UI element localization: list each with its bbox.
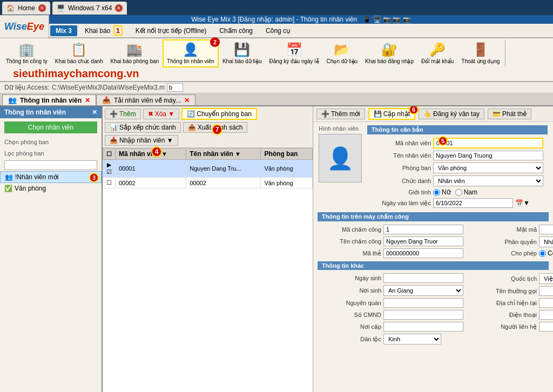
cell-name: 00002 <box>186 178 261 188</box>
employee-avatar[interactable]: 👤 <box>319 134 362 183</box>
row-dia-chi: Địa chỉ hiện tại <box>473 297 553 309</box>
calendar-picker-icon[interactable]: 📅▼ <box>515 199 530 207</box>
tab-windows7[interactable]: 🖥️ Windows 7 x64 ✕ <box>52 2 127 15</box>
employee-icon: 👤 <box>183 42 199 57</box>
table-row[interactable]: ▶ ☑ 00001 Nguyen Dang Tru... Văn phòng <box>103 160 313 178</box>
btn-thongtin-nhanvien[interactable]: 2 👤 Thông tin nhân viên <box>163 39 219 67</box>
close-tab-1[interactable]: ✕ <box>85 97 90 104</box>
btn-khaibao-phongban[interactable]: 🏬 Khai báo phòng ban <box>107 40 163 67</box>
btn-sapxep-chucdanh[interactable]: 📊 Sắp xếp chức danh <box>105 122 181 133</box>
row-gioitinh: Giới tính Nữ Nam <box>367 187 548 197</box>
search-input[interactable] <box>167 83 183 92</box>
export-icon: 📤 <box>188 124 196 131</box>
btn-them-moi[interactable]: ➕ Thêm mới <box>316 109 365 119</box>
label-ten-thuong-goi: Tên thường gọi <box>477 288 537 295</box>
btn-thongtin-congty[interactable]: 🏢 Thông tin công ty <box>2 40 51 67</box>
machine-info-rows: Mã chấm công Tên chấm công Mã thẻ Mật mã <box>318 224 549 259</box>
label-so-cmnd: Số CMND <box>322 312 381 319</box>
btn-capnhat[interactable]: 6 💾 Cập nhật <box>368 108 415 120</box>
btn-nhap-nhanvien[interactable]: 📥 Nhập nhân viên ▼ <box>105 135 178 146</box>
tree-item-nhanvien-moi[interactable]: 👥 !Nhân viên mới 3 <box>0 171 102 183</box>
label-chucdanh: Chức danh <box>372 178 431 185</box>
select-dan-toc[interactable]: Kinh <box>383 334 441 344</box>
row-ma-nhanvien: Mã nhân viên 5 <box>367 137 548 150</box>
tab-home[interactable]: 🏠 Home ✕ <box>2 2 50 15</box>
label-ma-the: Mã thẻ <box>322 250 381 257</box>
menu-khaibao[interactable]: Khai báo 1 <box>78 24 129 37</box>
tree-item-vanphong[interactable]: ✅ Văn phòng <box>0 183 102 194</box>
btn-khaibao-dulieu[interactable]: 💾 Khai báo dữ liệu <box>219 40 266 67</box>
panel-icon-2: 📥 <box>102 96 111 104</box>
select-noi-sinh[interactable]: An Giang <box>383 285 463 296</box>
filter-phongban-input[interactable] <box>4 160 97 170</box>
btn-doi-matkhau[interactable]: 🔑 Đổi mật khẩu <box>417 40 457 67</box>
input-mat-ma[interactable] <box>539 225 553 234</box>
data-path-bar: Dữ liệu Access: C:\WiseEye\Mix3\Data\Wis… <box>0 82 553 93</box>
tab-tai-nhanvien[interactable]: 📥 Tải nhân viên về máy... ✕ <box>96 94 195 105</box>
input-ten-nhanvien[interactable] <box>433 151 543 160</box>
select-chucdanh[interactable]: Nhân viên <box>433 175 543 186</box>
btn-khaibao-dangnhap[interactable]: 🔐 Khai báo đăng nhập <box>361 40 417 67</box>
input-ma-chamcong[interactable] <box>383 225 463 234</box>
input-ten-chamcong[interactable] <box>383 236 463 246</box>
close-tab-2[interactable]: ✕ <box>184 97 190 104</box>
btn-phat-the[interactable]: 💳 Phát thẻ <box>488 109 531 119</box>
select-quoc-tich[interactable]: Việt Nam <box>539 273 553 284</box>
input-noi-cap[interactable] <box>383 322 463 332</box>
col-ten-nhanvien[interactable]: Tên nhân viên ▼ <box>186 148 261 160</box>
btn-dangky-vantay[interactable]: 👆 Đăng ký vân tay <box>419 109 484 119</box>
select-phan-quyen[interactable]: Nhân viên <box>539 236 553 247</box>
input-dien-thoai[interactable] <box>539 310 553 320</box>
radio-nam[interactable]: Nam <box>455 188 477 196</box>
info-section-header: Thông tin căn bản <box>367 125 548 134</box>
btn-chon-dulieu[interactable]: 📂 Chọn dữ liệu <box>323 40 361 67</box>
data-icon: 💾 <box>234 42 250 57</box>
input-ma-the[interactable] <box>383 248 463 258</box>
tab-thongtin-nhanvien[interactable]: 👥 Thông tin nhân viên ✕ <box>2 94 96 105</box>
input-nguyen-quan[interactable] <box>383 298 463 308</box>
mix3-btn[interactable]: Mix 3 <box>50 25 77 36</box>
col-check: ☐ <box>103 148 116 160</box>
label-nguoi-lien-he: Người liên hệ <box>477 323 537 330</box>
input-ngay-vao-lam[interactable] <box>433 198 513 208</box>
chon-phongban-label: Chọn phòng ban <box>0 137 102 148</box>
group-icon: 👥 <box>5 173 13 181</box>
fingerprint-icon: 👆 <box>423 110 431 118</box>
sort-icon: 📊 <box>110 124 118 131</box>
select-employee-btn[interactable]: Chọn nhân viên <box>4 121 97 133</box>
btn-khaibao-chucdanh[interactable]: 📋 Khai báo chức danh <box>51 40 107 67</box>
table-row[interactable]: ☐ 00002 00002 Văn phòng <box>103 178 313 188</box>
row-ma-the: Mã thẻ <box>318 247 468 259</box>
btn-xoa[interactable]: ✖ Xóa ▼ <box>143 109 180 119</box>
input-nguoi-lien-he[interactable] <box>539 322 553 332</box>
btn-thoat[interactable]: 🚪 Thoát ứng dụng <box>457 40 503 67</box>
cell-dept: Văn phòng <box>261 178 313 188</box>
btn-dangky-ngayle[interactable]: 📅 Đăng ký đầu ngày lễ <box>266 40 323 67</box>
panel-tabs: 👥 Thông tin nhân viên ✕ 📥 Tải nhân viên … <box>0 93 553 106</box>
row-dan-toc: Dân tộc Kinh <box>318 333 468 346</box>
col-ma-nhanvien[interactable]: Mã nhân viên ▼ <box>116 148 186 160</box>
btn-chuyen-phongban[interactable]: 🔄 Chuyển phòng ban <box>181 108 257 120</box>
close-home-tab[interactable]: ✕ <box>38 4 46 12</box>
input-dia-chi[interactable] <box>539 298 553 308</box>
btn-them[interactable]: ➕ Thêm <box>105 109 141 119</box>
close-left-panel[interactable]: ✕ <box>92 109 97 116</box>
input-ngay-sinh[interactable] <box>383 273 463 283</box>
row-ten-thuong-goi: Tên thường gọi <box>473 285 553 297</box>
select-phongban[interactable]: Văn phòng <box>433 163 543 173</box>
col-phongban[interactable]: Phòng ban <box>261 148 313 160</box>
menu-offline[interactable]: Kết nối trực tiếp (Offline) <box>129 25 213 37</box>
input-ten-thuong-goi[interactable] <box>539 286 553 296</box>
radio-nu[interactable]: Nữ <box>433 188 451 196</box>
menu-chamcong[interactable]: Chấm công <box>213 25 259 37</box>
menu-congcu[interactable]: Công cụ <box>259 25 297 37</box>
transfer-icon: 🔄 <box>187 110 195 118</box>
badge-4: 4 <box>151 146 162 157</box>
label-noi-sinh: Nơi sinh <box>322 287 381 294</box>
close-win7-tab[interactable]: ✕ <box>115 4 123 12</box>
radio-co[interactable]: Có <box>539 249 553 257</box>
input-ma-nhanvien[interactable] <box>433 138 543 148</box>
input-so-cmnd[interactable] <box>383 310 463 320</box>
cell-dept: Văn phòng <box>261 160 313 178</box>
middle-toolbar: ➕ Thêm ✖ Xóa ▼ 🔄 Chuyển phòng ban 📊 Sắp … <box>103 106 313 148</box>
